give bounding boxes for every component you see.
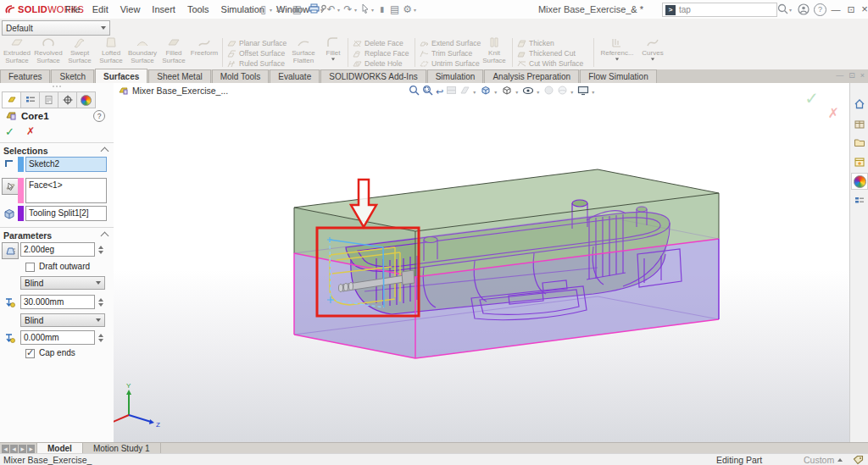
tab-scroll-next[interactable]: ▶ [19, 445, 26, 453]
revolved-surface-button[interactable]: Revolved Surface [33, 36, 64, 69]
graphics-viewport[interactable]: Y X Z Mixer Base_Exercise_... ↩ ▾ ▾ ▾ ▾ … [114, 83, 849, 442]
tab-feature-manager[interactable] [21, 91, 40, 108]
swept-surface-button[interactable]: Swept Surface [64, 36, 95, 69]
select-cursor-icon[interactable] [359, 2, 371, 17]
tab-scroll-prev[interactable]: ◀ [10, 445, 18, 453]
face-select-button[interactable] [2, 178, 19, 195]
filled-surface-button[interactable]: Filled Surface [159, 36, 189, 69]
extend-surface-button[interactable]: Extend Surface [420, 38, 481, 48]
surface-flatten-button[interactable]: Surface Flatten [287, 36, 320, 69]
selections-collapse-icon[interactable] [101, 147, 109, 156]
content-central-icon[interactable] [851, 114, 868, 131]
zoom-area-icon[interactable] [422, 84, 433, 99]
fillet-button[interactable]: Fillet [322, 36, 344, 69]
lofted-surface-button[interactable]: Lofted Surface [96, 36, 126, 69]
draft-angle-input[interactable]: 2.00deg [20, 242, 95, 257]
tab-display-manager[interactable] [77, 91, 96, 108]
tab-analysis-preparation[interactable]: Analysis Preparation [484, 69, 579, 83]
open-icon[interactable]: ▱ [274, 1, 287, 18]
tab-simulation[interactable]: Simulation [427, 69, 484, 83]
delete-hole-button[interactable]: Delete Hole [353, 58, 402, 69]
hide-show-items-icon[interactable] [522, 84, 534, 99]
previous-view-icon[interactable]: ↩ [436, 86, 443, 97]
cap-ends-checkbox[interactable] [25, 349, 35, 358]
display-style-icon[interactable] [501, 84, 513, 99]
tab-features[interactable]: Features [0, 69, 50, 83]
section-view-icon[interactable] [446, 84, 457, 99]
menu-edit[interactable]: Edit [86, 2, 114, 17]
print-icon[interactable] [308, 2, 320, 17]
tab-mold-tools[interactable]: Mold Tools [212, 69, 270, 83]
attachment-icon[interactable]: ▮ [376, 1, 388, 18]
appearances-scenes-icon[interactable] [851, 173, 868, 190]
menu-insert[interactable]: Insert [146, 2, 181, 17]
scene-icon[interactable] [557, 84, 568, 99]
confirm-corner-check-icon[interactable]: ✓ [804, 88, 819, 108]
help-icon[interactable]: ? [814, 3, 826, 16]
depth-2-stepper[interactable] [96, 330, 105, 345]
menu-file[interactable]: File [59, 2, 86, 17]
confirm-corner-cancel-icon[interactable]: ✗ [828, 105, 839, 121]
thickened-cut-button[interactable]: Thickened Cut [517, 48, 576, 58]
draft-angle-icon[interactable] [2, 242, 19, 259]
panel-grab-handle[interactable] [53, 86, 61, 87]
tab-sheet-metal[interactable]: Sheet Metal [148, 69, 210, 83]
redo-icon[interactable]: ↷ [342, 1, 354, 18]
dynamic-annotation-icon[interactable] [459, 84, 470, 99]
save-icon[interactable]: ▣ [291, 1, 303, 18]
replace-face-button[interactable]: Replace Face [353, 48, 409, 58]
delete-face-button[interactable]: Delete Face [353, 38, 403, 48]
tab-sketch[interactable]: Sketch [51, 69, 94, 83]
ruled-surface-button[interactable]: Ruled Surface [227, 58, 285, 69]
status-configuration[interactable]: Custom [804, 455, 834, 465]
design-library-icon[interactable] [851, 134, 868, 151]
cancel-feature-button[interactable]: ✗ [26, 125, 35, 138]
breadcrumb[interactable]: Mixer Base_Exercise_... [118, 86, 228, 96]
configuration-dropdown[interactable]: Default [2, 20, 110, 36]
draft-outward-checkbox[interactable] [25, 263, 35, 272]
options-icon[interactable]: ▤ [388, 1, 401, 18]
knit-surface-button[interactable]: Knit Surface [480, 36, 509, 69]
body-selection-field[interactable]: Tooling Split1[2] [25, 206, 107, 221]
cut-with-surface-button[interactable]: Cut With Surface [517, 58, 583, 69]
zoom-fit-icon[interactable] [409, 84, 420, 99]
tab-flow-simulation[interactable]: Flow Simulation [580, 69, 657, 83]
new-document-icon[interactable]: ▯ [257, 1, 270, 18]
thicken-button[interactable]: Thicken [517, 38, 554, 48]
selections-section-header[interactable]: Selections [3, 146, 48, 156]
offset-surface-button[interactable]: Offset Surface [227, 48, 285, 58]
tab-evaluate[interactable]: Evaluate [270, 69, 320, 83]
planar-surface-button[interactable]: Planar Surface [227, 38, 287, 48]
tab-solidworks-add-ins[interactable]: SOLIDWORKS Add-Ins [320, 69, 426, 83]
face-selection-field[interactable]: Face<1> [25, 178, 107, 203]
end-condition-1-dropdown[interactable]: Blind [20, 276, 105, 290]
tab-scroll-first[interactable]: ◀ [2, 445, 9, 453]
sketch-selection-field[interactable]: Sketch2 [25, 157, 107, 172]
boundary-surface-button[interactable]: Boundary Surface [127, 36, 158, 69]
draft-angle-stepper[interactable] [96, 242, 105, 257]
close-button[interactable]: × [857, 1, 868, 18]
end-condition-2-dropdown[interactable]: Blind [20, 313, 105, 327]
menu-view[interactable]: View [114, 2, 147, 17]
tab-property-manager[interactable] [2, 91, 21, 108]
home-tab-icon[interactable] [851, 95, 868, 112]
document-manager-icon[interactable] [851, 192, 868, 209]
doc-restore-icon[interactable]: ⊡ [849, 71, 855, 80]
extruded-surface-button[interactable]: Extruded Surface [2, 36, 32, 69]
search-input[interactable]: > tap [662, 3, 777, 17]
reference-geometry-button[interactable]: Referenc... [598, 36, 636, 69]
tag-icon[interactable] [853, 455, 864, 465]
parameters-collapse-icon[interactable] [101, 232, 109, 241]
view-settings-icon[interactable] [577, 84, 589, 99]
tab-dimxpert-manager[interactable] [58, 91, 77, 108]
custom-properties-icon[interactable] [851, 153, 868, 170]
depth-1-stepper[interactable] [96, 295, 105, 309]
parameters-section-header[interactable]: Parameters [3, 230, 52, 241]
trim-surface-button[interactable]: Trim Surface [420, 48, 472, 58]
home-icon[interactable]: ⌂ [244, 1, 257, 18]
freeform-button[interactable]: Freeform [190, 36, 219, 69]
menu-tools[interactable]: Tools [181, 2, 215, 17]
status-config-stepper[interactable] [837, 458, 843, 462]
settings-gear-icon[interactable]: ⚙ [401, 1, 414, 18]
tab-surfaces[interactable]: Surfaces [95, 69, 147, 83]
